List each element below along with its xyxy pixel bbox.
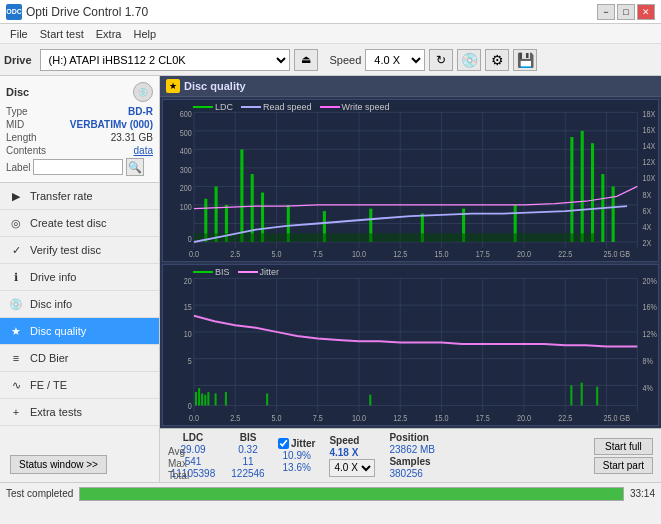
speed-select[interactable]: 4.0 X bbox=[365, 49, 425, 71]
drive-label: Drive bbox=[4, 54, 32, 66]
svg-text:6X: 6X bbox=[643, 206, 652, 216]
maximize-button[interactable]: □ bbox=[617, 4, 635, 20]
svg-text:5.0: 5.0 bbox=[271, 249, 282, 259]
svg-text:12%: 12% bbox=[643, 328, 658, 339]
save-icon-btn[interactable]: 💾 bbox=[513, 49, 537, 71]
svg-text:17.5: 17.5 bbox=[476, 412, 490, 423]
chart1-svg: 600 500 400 300 200 100 0 18X 16X 14X 12… bbox=[163, 100, 658, 261]
svg-text:14X: 14X bbox=[643, 142, 656, 152]
svg-text:10.0: 10.0 bbox=[352, 412, 366, 423]
svg-text:12.5: 12.5 bbox=[393, 412, 407, 423]
menu-start-test[interactable]: Start test bbox=[34, 27, 90, 41]
sidebar-item-disc-quality[interactable]: ★ Disc quality bbox=[0, 318, 159, 345]
svg-rect-111 bbox=[215, 393, 217, 405]
status-window-button[interactable]: Status window >> bbox=[10, 455, 107, 474]
disc-panel-icon[interactable]: 💿 bbox=[133, 82, 153, 102]
sidebar-item-label: Transfer rate bbox=[30, 190, 93, 202]
charts-container: LDC Read speed Write speed bbox=[160, 97, 661, 428]
disc-mid-label: MID bbox=[6, 119, 24, 130]
position-label: Position bbox=[389, 432, 435, 443]
speed-select-stats[interactable]: 4.0 X bbox=[329, 459, 375, 477]
app-title: Opti Drive Control 1.70 bbox=[26, 5, 148, 19]
disc-quality-title: Disc quality bbox=[184, 80, 246, 92]
svg-text:15.0: 15.0 bbox=[434, 412, 448, 423]
speed-col-header: Speed bbox=[329, 435, 375, 446]
svg-rect-51 bbox=[240, 149, 243, 242]
row-labels-col: Avg Max Total bbox=[168, 431, 189, 481]
sidebar-item-cd-bier[interactable]: ≡ CD Bier bbox=[0, 345, 159, 372]
svg-rect-117 bbox=[596, 386, 598, 405]
speed-select-row: 4.0 X bbox=[329, 459, 375, 477]
drive-select[interactable]: (H:) ATAPI iHBS112 2 CL0K bbox=[40, 49, 290, 71]
start-full-button[interactable]: Start full bbox=[594, 438, 653, 455]
svg-text:8X: 8X bbox=[643, 190, 652, 200]
stats-speed-col: Speed 4.18 X 4.0 X bbox=[329, 435, 375, 477]
start-part-button[interactable]: Start part bbox=[594, 457, 653, 474]
svg-text:15: 15 bbox=[184, 301, 192, 312]
disc-label-input[interactable] bbox=[33, 159, 123, 175]
legend-ldc-color bbox=[193, 106, 213, 108]
svg-text:12X: 12X bbox=[643, 158, 656, 168]
svg-text:25.0 GB: 25.0 GB bbox=[604, 412, 631, 423]
total-label: Total bbox=[168, 470, 189, 481]
settings-icon-btn[interactable]: ⚙ bbox=[485, 49, 509, 71]
disc-length-value: 23.31 GB bbox=[111, 132, 153, 143]
sidebar-item-extra-tests[interactable]: + Extra tests bbox=[0, 399, 159, 426]
legend-write-speed: Write speed bbox=[320, 102, 390, 112]
svg-text:4X: 4X bbox=[643, 222, 652, 232]
refresh-button[interactable]: ↻ bbox=[429, 49, 453, 71]
sidebar-item-label: Drive info bbox=[30, 271, 76, 283]
disc-contents-label: Contents bbox=[6, 145, 46, 156]
chart1-legend: LDC Read speed Write speed bbox=[193, 102, 389, 112]
svg-text:0.0: 0.0 bbox=[189, 249, 200, 259]
sidebar-item-drive-info[interactable]: ℹ Drive info bbox=[0, 264, 159, 291]
disc-icon-btn[interactable]: 💿 bbox=[457, 49, 481, 71]
eject-button[interactable]: ⏏ bbox=[294, 49, 318, 71]
jitter-checkbox[interactable] bbox=[278, 438, 289, 449]
legend-jitter: Jitter bbox=[238, 267, 280, 277]
stats-panel: LDC 29.09 541 11105398 BIS 0.32 11 12254… bbox=[160, 428, 661, 482]
svg-rect-61 bbox=[581, 131, 584, 242]
close-button[interactable]: ✕ bbox=[637, 4, 655, 20]
bis-total-val: 122546 bbox=[228, 468, 268, 479]
minimize-button[interactable]: − bbox=[597, 4, 615, 20]
main-layout: Disc 💿 Type BD-R MID VERBATIMv (000) Len… bbox=[0, 76, 661, 482]
disc-label-btn[interactable]: 🔍 bbox=[126, 158, 144, 176]
extra-tests-icon: + bbox=[8, 404, 24, 420]
sidebar-item-create-test-disc[interactable]: ◎ Create test disc bbox=[0, 210, 159, 237]
sidebar-item-label: Disc quality bbox=[30, 325, 86, 337]
svg-text:10: 10 bbox=[184, 328, 192, 339]
menu-file[interactable]: File bbox=[4, 27, 34, 41]
action-buttons: Start full Start part bbox=[594, 438, 653, 474]
svg-text:0: 0 bbox=[188, 234, 193, 244]
svg-text:12.5: 12.5 bbox=[393, 249, 408, 259]
sidebar-item-disc-info[interactable]: 💿 Disc info bbox=[0, 291, 159, 318]
svg-text:20: 20 bbox=[184, 274, 192, 285]
svg-text:7.5: 7.5 bbox=[313, 412, 323, 423]
title-bar-controls: − □ ✕ bbox=[597, 4, 655, 20]
disc-label-key: Label bbox=[6, 162, 30, 173]
svg-rect-115 bbox=[570, 385, 572, 405]
menu-help[interactable]: Help bbox=[127, 27, 162, 41]
disc-info-icon: 💿 bbox=[8, 296, 24, 312]
nav-list: ▶ Transfer rate ◎ Create test disc ✓ Ver… bbox=[0, 183, 159, 426]
svg-text:5.0: 5.0 bbox=[271, 412, 281, 423]
sidebar-item-label: Extra tests bbox=[30, 406, 82, 418]
sidebar-item-transfer-rate[interactable]: ▶ Transfer rate bbox=[0, 183, 159, 210]
disc-contents-value[interactable]: data bbox=[134, 145, 153, 156]
disc-type-row: Type BD-R bbox=[6, 106, 153, 117]
legend-ldc: LDC bbox=[193, 102, 233, 112]
svg-text:22.5: 22.5 bbox=[558, 249, 573, 259]
svg-text:500: 500 bbox=[180, 128, 193, 138]
svg-text:100: 100 bbox=[180, 202, 193, 212]
sidebar-item-verify-test-disc[interactable]: ✓ Verify test disc bbox=[0, 237, 159, 264]
status-bar: Test completed 33:14 bbox=[0, 482, 661, 504]
menu-extra[interactable]: Extra bbox=[90, 27, 128, 41]
disc-length-label: Length bbox=[6, 132, 37, 143]
sidebar-item-label: Create test disc bbox=[30, 217, 106, 229]
sidebar-item-fe-te[interactable]: ∿ FE / TE bbox=[0, 372, 159, 399]
svg-text:5: 5 bbox=[188, 355, 192, 366]
speed-avg-val: 4.18 X bbox=[329, 447, 375, 458]
legend-write-label: Write speed bbox=[342, 102, 390, 112]
speed-label: Speed bbox=[330, 54, 362, 66]
